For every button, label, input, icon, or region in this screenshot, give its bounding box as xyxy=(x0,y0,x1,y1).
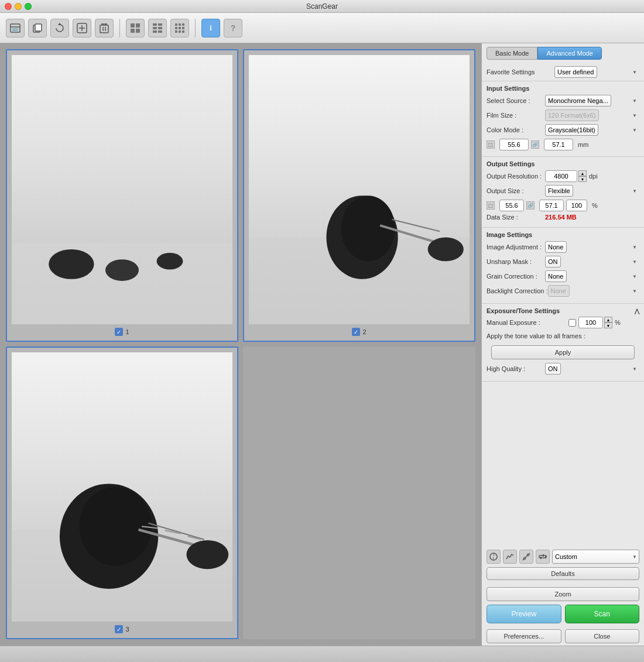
help-toolbar-icon[interactable]: ? xyxy=(224,19,242,37)
thumbnail-cell-3[interactable]: ✓ 3 xyxy=(6,347,238,639)
close-button[interactable]: Close xyxy=(565,629,640,643)
mode-tabs: Basic Mode Advanced Mode xyxy=(482,43,644,63)
thumbnail-cell-empty xyxy=(243,347,475,639)
zoom-button[interactable]: Zoom xyxy=(487,587,639,601)
output-resolution-row: Output Resolution : ▲ ▼ dpi xyxy=(487,170,639,182)
grid2x2-toolbar-icon[interactable] xyxy=(126,19,145,37)
svg-rect-32 xyxy=(179,30,181,33)
backlight-correction-label: Backlight Correction : xyxy=(487,287,548,294)
thumbnail-checkbox-1[interactable]: ✓ xyxy=(115,328,123,336)
scan-button[interactable]: Scan xyxy=(565,605,640,623)
exposure-tone-title: Exposure/Tone Settings xyxy=(487,307,560,314)
output-resolution-field[interactable] xyxy=(545,170,577,182)
output-settings-section: Output Settings Output Resolution : ▲ ▼ … xyxy=(482,157,644,228)
svg-rect-33 xyxy=(182,30,184,33)
preferences-button[interactable]: Preferences... xyxy=(487,629,561,643)
delete-toolbar-icon[interactable] xyxy=(95,19,114,37)
apply-button[interactable]: Apply xyxy=(491,345,635,359)
input-settings-title: Input Settings xyxy=(487,85,639,92)
output-lock-icon: 🔗 xyxy=(526,201,535,210)
data-size-value: 216.54 MB xyxy=(545,214,577,221)
preview-button[interactable]: Preview xyxy=(487,605,561,623)
unsharp-mask-select[interactable]: ON xyxy=(545,256,561,267)
favorite-settings-label: Favorite Settings xyxy=(487,68,551,76)
defaults-button[interactable]: Defaults xyxy=(487,567,639,580)
resolution-up-button[interactable]: ▲ xyxy=(578,170,587,176)
output-size-row: Output Size : Flexible xyxy=(487,185,639,197)
close-window-button[interactable] xyxy=(5,3,12,10)
exposure-up-button[interactable]: ▲ xyxy=(604,317,612,323)
tone-icon-1[interactable] xyxy=(487,550,501,564)
panel-spacer xyxy=(482,382,644,546)
thumbnail-cell-1[interactable]: ✓ 1 xyxy=(6,49,238,342)
resolution-stepper: ▲ ▼ xyxy=(578,170,587,182)
custom-select[interactable]: Custom xyxy=(552,550,639,564)
output-scale-field[interactable] xyxy=(566,200,587,211)
exposure-tone-header[interactable]: Exposure/Tone Settings ⋀ xyxy=(487,307,639,314)
grid2x3-toolbar-icon[interactable] xyxy=(148,19,167,37)
manual-exposure-field[interactable] xyxy=(578,317,603,328)
svg-rect-27 xyxy=(182,23,184,26)
input-height-field[interactable]: 57.1 xyxy=(544,139,573,150)
exposure-stepper: ▲ ▼ xyxy=(604,317,612,328)
output-resolution-control: ▲ ▼ xyxy=(545,170,587,182)
copy-toolbar-icon[interactable] xyxy=(28,19,47,37)
minimize-window-button[interactable] xyxy=(15,3,22,10)
manual-exposure-label: Manual Exposure : xyxy=(487,319,568,326)
high-quality-row: High Quality : ON xyxy=(487,363,639,375)
svg-rect-17 xyxy=(131,29,135,33)
thumbnail-cell-2[interactable]: ✓ 2 xyxy=(243,49,475,342)
output-dimensions-row: ⬚ 🔗 % xyxy=(487,200,639,211)
output-settings-title: Output Settings xyxy=(487,160,639,167)
dimensions-lock-icon: 🔗 xyxy=(531,140,539,149)
collapse-icon: ⋀ xyxy=(635,308,639,314)
exposure-unit: % xyxy=(615,319,621,326)
select-source-select[interactable]: Monochrome Nega... xyxy=(545,95,611,107)
output-width-field[interactable] xyxy=(499,200,524,211)
film-size-select[interactable]: 120 Format(6x6) xyxy=(545,109,599,121)
toolbar-separator-2 xyxy=(195,19,196,37)
resolution-down-button[interactable]: ▼ xyxy=(578,176,587,182)
input-settings-section: Input Settings Select Source : Monochrom… xyxy=(482,81,644,157)
high-quality-select[interactable]: ON xyxy=(545,363,561,375)
input-width-field[interactable]: 55.6 xyxy=(499,139,529,150)
toolbar: i ? xyxy=(0,13,644,43)
advanced-mode-tab[interactable]: Advanced Mode xyxy=(537,47,602,60)
film-size-row: Film Size : 120 Format(6x6) xyxy=(487,109,639,121)
image-adjustment-select[interactable]: None xyxy=(545,241,567,253)
tone-icon-2[interactable] xyxy=(503,550,517,564)
preview-area[interactable]: ✓ 1 xyxy=(0,43,481,646)
tone-icon-3[interactable] xyxy=(519,550,533,564)
basic-mode-tab[interactable]: Basic Mode xyxy=(487,47,537,60)
grain-correction-select[interactable]: None xyxy=(545,270,567,282)
exposure-tone-section: Exposure/Tone Settings ⋀ Manual Exposure… xyxy=(482,304,644,382)
output-height-field[interactable] xyxy=(539,200,564,211)
apply-tone-label-row: Apply the tone value to all frames : xyxy=(487,331,639,342)
svg-rect-35 xyxy=(12,243,232,324)
image-adjustment-label: Image Adjustment : xyxy=(487,243,545,251)
apply-tone-text: Apply the tone value to all frames : xyxy=(487,332,585,339)
output-size-select[interactable]: Flexible xyxy=(545,185,573,197)
color-mode-select[interactable]: Grayscale(16bit) xyxy=(545,124,598,136)
favorite-settings-select[interactable]: User defined xyxy=(554,66,597,78)
output-scale-unit: % xyxy=(592,202,598,209)
tone-icon-4[interactable] xyxy=(536,550,550,564)
add-toolbar-icon[interactable] xyxy=(73,19,91,37)
unsharp-mask-label: Unsharp Mask : xyxy=(487,258,545,265)
thumbnail-label-3: ✓ 3 xyxy=(115,625,129,633)
svg-point-49 xyxy=(80,487,152,566)
custom-select-wrapper: Custom xyxy=(552,550,639,564)
info-toolbar-icon[interactable]: i xyxy=(201,19,220,37)
color-mode-label: Color Mode : xyxy=(487,126,545,133)
grid3x3-toolbar-icon[interactable] xyxy=(170,19,189,37)
thumbnail-checkbox-2[interactable]: ✓ xyxy=(352,328,360,336)
backlight-correction-select[interactable]: None xyxy=(548,285,570,297)
refresh-toolbar-icon[interactable] xyxy=(50,19,69,37)
exposure-down-button[interactable]: ▼ xyxy=(604,323,612,328)
maximize-window-button[interactable] xyxy=(25,3,32,10)
manual-exposure-checkbox[interactable] xyxy=(568,319,576,327)
thumbnail-checkbox-3[interactable]: ✓ xyxy=(115,625,123,633)
manual-exposure-row: Manual Exposure : ▲ ▼ % xyxy=(487,317,639,328)
svg-rect-19 xyxy=(153,23,157,26)
scan-toolbar-icon[interactable] xyxy=(6,19,25,37)
